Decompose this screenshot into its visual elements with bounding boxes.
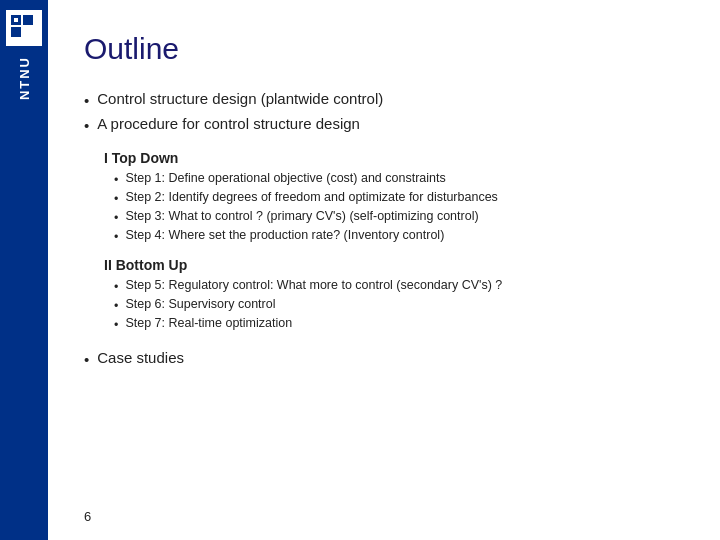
list-item: • Step 1: Define operational objective (… (114, 171, 680, 187)
page-number: 6 (84, 509, 91, 524)
main-bullet-list: • Control structure design (plantwide co… (84, 90, 680, 140)
svg-rect-1 (23, 15, 33, 25)
section-top-down: I Top Down • Step 1: Define operational … (104, 150, 680, 247)
list-item: • Step 6: Supervisory control (114, 297, 680, 313)
list-item: • Step 4: Where set the production rate?… (114, 228, 680, 244)
section-I-list: • Step 1: Define operational objective (… (114, 171, 680, 244)
list-item: • Step 3: What to control ? (primary CV'… (114, 209, 680, 225)
list-item: • A procedure for control structure desi… (84, 115, 680, 134)
bullet-icon: • (114, 280, 118, 294)
slide-content: Outline • Control structure design (plan… (48, 0, 720, 540)
svg-rect-2 (11, 27, 21, 37)
step-text: Step 5: Regulatory control: What more to… (125, 278, 502, 292)
bullet-icon: • (114, 192, 118, 206)
bullet-icon: • (84, 351, 89, 368)
step-text: Step 2: Identify degrees of freedom and … (125, 190, 497, 204)
bullet-icon: • (114, 230, 118, 244)
bullet-icon: • (114, 299, 118, 313)
svg-rect-3 (23, 27, 33, 37)
list-item: • Step 2: Identify degrees of freedom an… (114, 190, 680, 206)
section-I-heading: I Top Down (104, 150, 680, 166)
sidebar: NTNU (0, 0, 48, 540)
bullet-icon: • (114, 211, 118, 225)
bullet-text: A procedure for control structure design (97, 115, 360, 132)
slide-title: Outline (84, 32, 680, 66)
step-text: Step 6: Supervisory control (125, 297, 275, 311)
list-item: • Step 7: Real-time optimization (114, 316, 680, 332)
list-item: • Control structure design (plantwide co… (84, 90, 680, 109)
list-item: • Case studies (84, 349, 680, 368)
list-item: • Step 5: Regulatory control: What more … (114, 278, 680, 294)
step-text: Step 7: Real-time optimization (125, 316, 292, 330)
ntnu-logo (6, 10, 42, 46)
bullet-icon: • (114, 173, 118, 187)
bullet-text: Control structure design (plantwide cont… (97, 90, 383, 107)
section-II-heading: II Bottom Up (104, 257, 680, 273)
case-studies-text: Case studies (97, 349, 184, 366)
sidebar-brand-text: NTNU (17, 56, 32, 100)
step-text: Step 3: What to control ? (primary CV's)… (125, 209, 478, 223)
bullet-icon: • (84, 92, 89, 109)
case-studies-list: • Case studies (84, 349, 680, 374)
bullet-icon: • (84, 117, 89, 134)
step-text: Step 1: Define operational objective (co… (125, 171, 445, 185)
bullet-icon: • (114, 318, 118, 332)
step-text: Step 4: Where set the production rate? (… (125, 228, 444, 242)
section-II-list: • Step 5: Regulatory control: What more … (114, 278, 680, 332)
section-bottom-up: II Bottom Up • Step 5: Regulatory contro… (104, 257, 680, 335)
svg-rect-4 (14, 18, 18, 22)
